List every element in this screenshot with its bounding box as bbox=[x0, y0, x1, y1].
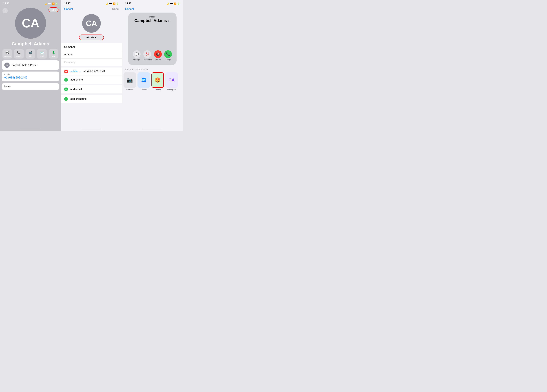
mobile-section-label: mobile bbox=[2, 72, 59, 76]
decline-preview-icon: 📵 bbox=[154, 50, 162, 58]
status-bar-1: 15:27 🌙 ●●● 📶 🔋 bbox=[0, 0, 61, 6]
wifi-icon-2: 📶 bbox=[113, 2, 116, 5]
mail-action-button[interactable]: ✉️ mail bbox=[37, 49, 47, 59]
poster-photos-option[interactable]: 🖼 Photos bbox=[137, 72, 150, 91]
remove-phone-button[interactable]: − bbox=[64, 70, 68, 73]
pay-label: pay bbox=[52, 55, 55, 57]
cancel-button[interactable]: Cancel bbox=[64, 7, 73, 11]
signal-icon-2: ●●● bbox=[109, 2, 112, 5]
message-preview-action[interactable]: 💬 Message bbox=[133, 50, 141, 60]
memoji-poster-label: Memoji bbox=[155, 89, 161, 91]
phone-number-field[interactable]: +1 (614) 602-2442 bbox=[83, 70, 105, 73]
photos-poster-label: Photos bbox=[141, 89, 146, 91]
first-name-field[interactable]: Campbell bbox=[61, 43, 122, 51]
status-icons-3: 🌙 ●●● 📶 🔋 bbox=[166, 2, 180, 5]
poster-monogram-option[interactable]: CA Monogram bbox=[165, 72, 178, 91]
pronouns-section: + add pronouns bbox=[61, 95, 122, 103]
done-button[interactable]: Done bbox=[112, 7, 119, 11]
decline-preview-action[interactable]: 📵 Decline bbox=[154, 50, 162, 60]
wifi-icon-3: 📶 bbox=[174, 2, 176, 5]
mobile-action-button[interactable]: 📞 mobile bbox=[14, 49, 24, 59]
add-photo-button[interactable]: Add Photo bbox=[79, 34, 104, 40]
poster-cancel-button[interactable]: Cancel bbox=[125, 7, 134, 11]
contact-detail-screen: 15:27 🌙 ●●● 📶 🔋 ‹ Edit CA Campbell Adams… bbox=[0, 0, 61, 131]
add-phone-row[interactable]: + add phone bbox=[61, 76, 122, 84]
edit-nav: Cancel Done bbox=[61, 6, 122, 13]
contact-photo-avatar: CA bbox=[4, 63, 10, 68]
ca-initials-small: CA bbox=[6, 64, 8, 66]
phone-number-value[interactable]: +1 (614) 602-2442 bbox=[2, 76, 59, 81]
moon-icon-3: 🌙 bbox=[166, 2, 169, 5]
camera-poster-box[interactable]: 📷 bbox=[123, 72, 136, 88]
phone-row: − mobile › +1 (614) 602-2442 bbox=[61, 67, 122, 76]
add-email-label: add email bbox=[70, 88, 82, 91]
poster-memoji-option[interactable]: 🤩 Memoji bbox=[151, 72, 164, 91]
edit-button[interactable]: Edit bbox=[48, 7, 58, 12]
video-action-button[interactable]: 📹 video bbox=[26, 49, 35, 59]
message-action-button[interactable]: 💬 message bbox=[2, 49, 12, 59]
signal-icon-3: ●●● bbox=[170, 2, 173, 5]
poster-options-row: 📷 Camera 🖼 Photos 🤩 Memoji CA Monogram bbox=[122, 72, 183, 91]
last-name-field[interactable]: Adams bbox=[61, 51, 122, 59]
preview-actions: 💬 Message ⏰ Remind Me 📵 Decline 📞 Accept bbox=[131, 50, 173, 60]
battery-icon-3: 🔋 bbox=[177, 2, 180, 5]
add-pronouns-label: add pronouns bbox=[70, 97, 87, 100]
notes-section[interactable]: Notes bbox=[2, 83, 59, 90]
poster-nav: Cancel bbox=[122, 6, 183, 13]
video-icon: 📹 bbox=[28, 51, 32, 54]
monogram-poster-box[interactable]: CA bbox=[165, 72, 178, 88]
preview-contact-name: Campbell Adams bbox=[134, 18, 167, 23]
time-1: 15:27 bbox=[3, 2, 9, 5]
mobile-section[interactable]: mobile +1 (614) 602-2442 bbox=[2, 72, 59, 81]
add-pronouns-row[interactable]: + add pronouns bbox=[61, 95, 122, 103]
memoji-poster-box[interactable]: 🤩 bbox=[151, 72, 164, 88]
edit-initials: CA bbox=[86, 19, 97, 28]
edit-name-fields: Campbell Adams Company bbox=[61, 43, 122, 66]
edit-avatar: CA bbox=[82, 14, 101, 33]
add-photo-label: Add Photo bbox=[86, 36, 97, 39]
remind-preview-action[interactable]: ⏰ Remind Me bbox=[143, 50, 152, 60]
choose-poster-label: CHOOSE YOUR POSTER bbox=[122, 68, 183, 72]
phone-section: − mobile › +1 (614) 602-2442 + add phone bbox=[61, 67, 122, 84]
phone-chevron-icon: › bbox=[80, 70, 80, 73]
back-button[interactable]: ‹ bbox=[2, 8, 8, 13]
accept-preview-label: Accept bbox=[165, 59, 171, 60]
add-email-button[interactable]: + bbox=[64, 87, 68, 91]
status-bar-2: 15:27 🌙 ●●● 📶 🔋 bbox=[61, 0, 122, 6]
contact-photo-poster-row[interactable]: CA Contact Photo & Poster bbox=[2, 60, 59, 70]
edit-contact-screen: 15:27 🌙 ●●● 📶 🔋 Cancel Done CA Add Photo… bbox=[61, 0, 122, 131]
status-bar-3: 15:27 🌙 ●●● 📶 🔋 bbox=[122, 0, 183, 6]
home-indicator-2 bbox=[81, 129, 102, 129]
company-field[interactable]: Company bbox=[61, 59, 122, 66]
message-icon: 💬 bbox=[5, 51, 9, 54]
remind-preview-label: Remind Me bbox=[143, 59, 152, 60]
contact-photo-poster-screen: 15:27 🌙 ●●● 📶 🔋 Cancel mobile Campbell A… bbox=[122, 0, 183, 131]
add-phone-button[interactable]: + bbox=[64, 78, 68, 82]
contact-name-large: Campbell Adams bbox=[0, 41, 61, 47]
moon-icon: 🌙 bbox=[45, 2, 47, 5]
email-section: + add email bbox=[61, 85, 122, 93]
message-preview-icon: 💬 bbox=[133, 50, 141, 58]
camera-poster-label: Camera bbox=[126, 89, 133, 91]
contact-photo-poster-card[interactable]: CA Contact Photo & Poster bbox=[2, 60, 59, 70]
remind-preview-icon: ⏰ bbox=[143, 50, 151, 58]
message-preview-label: Message bbox=[133, 59, 140, 60]
battery-icon: 🔋 bbox=[55, 2, 58, 5]
poster-camera-option[interactable]: 📷 Camera bbox=[123, 72, 136, 91]
accept-preview-action[interactable]: 📞 Accept bbox=[164, 50, 172, 60]
edit-label: Edit bbox=[51, 8, 56, 11]
phone-type-label[interactable]: mobile bbox=[70, 70, 77, 73]
time-2: 15:27 bbox=[64, 2, 70, 5]
add-pronouns-button[interactable]: + bbox=[64, 97, 68, 101]
info-icon: ⓘ bbox=[168, 20, 170, 22]
contact-photo-poster-label: Contact Photo & Poster bbox=[12, 64, 37, 66]
pay-action-button[interactable]: 💲 pay bbox=[49, 49, 58, 59]
add-email-row[interactable]: + add email bbox=[61, 85, 122, 93]
mail-label: mail bbox=[41, 55, 44, 57]
moon-icon-2: 🌙 bbox=[106, 2, 108, 5]
photos-poster-box[interactable]: 🖼 bbox=[137, 72, 150, 88]
back-chevron-icon: ‹ bbox=[5, 9, 6, 12]
mail-icon: ✉️ bbox=[40, 51, 44, 54]
contact-avatar-large: CA bbox=[15, 8, 46, 39]
contact-initials-large: CA bbox=[22, 16, 39, 30]
